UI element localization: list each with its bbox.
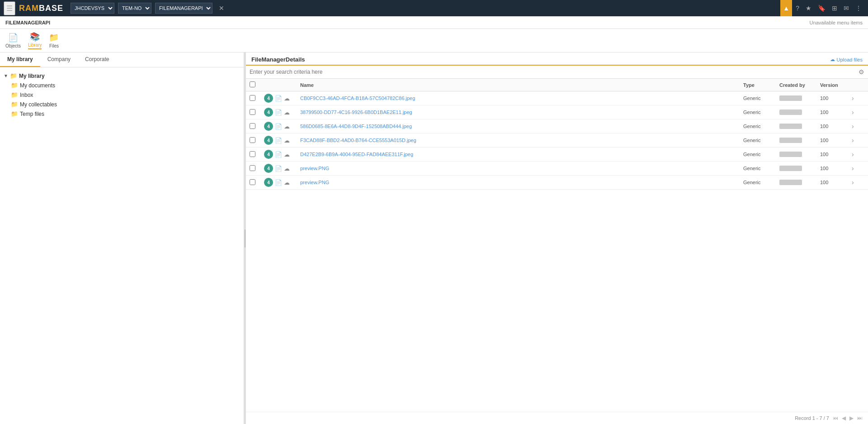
row-checkbox[interactable] (250, 151, 255, 157)
table-row[interactable]: 4 📄 ☁ 586D0685-8E6A-44D8-9D4F-152508ABD4… (246, 119, 868, 133)
upload-files-button[interactable]: ☁ Upload files (830, 57, 863, 62)
folder-icon: 📁 (11, 91, 18, 98)
row-version: 100 (820, 180, 852, 185)
hamburger-button[interactable]: ☰ (4, 1, 15, 15)
file-tree: ▼ 📁 My library 📁 My documents 📁 Inbox 📁 … (0, 67, 244, 424)
library-button[interactable]: 📚 Library (28, 32, 42, 49)
row-version: 100 (820, 152, 852, 157)
row-expand-icon[interactable]: › (852, 179, 864, 186)
last-page-button[interactable]: ⏭ (857, 415, 863, 421)
row-expand-icon[interactable]: › (852, 95, 864, 102)
row-version: 100 (820, 110, 852, 115)
row-type: Generic (743, 166, 779, 171)
table-row[interactable]: 4 📄 ☁ 38799500-DD77-4C16-9926-6B0D1BAE2E… (246, 105, 868, 119)
star-button[interactable]: ★ (803, 0, 814, 16)
row-type: Generic (743, 95, 779, 101)
tree-item-my-collectables[interactable]: 📁 My collectables (0, 100, 244, 109)
prev-page-button[interactable]: ◀ (842, 415, 846, 421)
next-page-button[interactable]: ▶ (849, 415, 854, 421)
navbar: ☰ RAMBASE JHCDEVSYS TEM-NO FILEMANAGERAP… (0, 0, 868, 16)
tab-my-library[interactable]: My library (0, 52, 40, 67)
chevron-down-icon: ▼ (4, 73, 8, 78)
tree-item-my-documents[interactable]: 📁 My documents (0, 81, 244, 90)
col-version-header: Version (820, 82, 852, 88)
close-module-button[interactable]: ✕ (216, 0, 227, 16)
table-row[interactable]: 4 📄 ☁ CB0F9CC3-46AD-4FCA-B18A-57C504782C… (246, 91, 868, 105)
row-type: Generic (743, 110, 779, 115)
row-checkbox[interactable] (250, 137, 255, 143)
search-input[interactable] (250, 69, 857, 75)
tree-item-temp-files[interactable]: 📁 Temp files (0, 109, 244, 119)
row-expand-icon[interactable]: › (852, 151, 864, 158)
tree-item-inbox[interactable]: 📁 Inbox (0, 90, 244, 100)
col-created-header: Created by (779, 82, 820, 88)
row-expand-icon[interactable]: › (852, 123, 864, 130)
row-icons: 4 📄 ☁ (264, 108, 300, 117)
row-expand-icon[interactable]: › (852, 109, 864, 116)
cloud-upload-icon: ☁ (284, 109, 290, 116)
right-panel-header: FileManagerDetails ☁ Upload files (246, 52, 868, 66)
file-doc-icon: 📄 (275, 123, 282, 130)
gear-icon[interactable]: ⚙ (859, 68, 864, 76)
cloud-upload-icon: ☁ (284, 123, 290, 130)
table-row[interactable]: 4 📄 ☁ D427E2B9-6B9A-4004-95ED-FAD84AEE31… (246, 148, 868, 162)
module-select[interactable]: FILEMANAGERAPI (155, 3, 212, 14)
table-body: 4 📄 ☁ CB0F9CC3-46AD-4FCA-B18A-57C504782C… (246, 91, 868, 190)
row-checkbox[interactable] (250, 165, 255, 171)
mail-button[interactable]: ✉ (841, 0, 852, 16)
files-button[interactable]: 📁 Files (49, 33, 59, 48)
row-expand-icon[interactable]: › (852, 165, 864, 172)
row-icons: 4 📄 ☁ (264, 122, 300, 131)
file-name: 586D0685-8E6A-44D8-9D4F-152508ABD444.jpe… (300, 124, 743, 129)
objects-button[interactable]: 📄 Objects (5, 33, 21, 48)
row-created-by (779, 152, 802, 157)
row-checkbox[interactable] (250, 123, 255, 129)
row-type: Generic (743, 152, 779, 157)
row-checkbox[interactable] (250, 95, 255, 101)
row-badge: 4 (264, 136, 273, 145)
row-icons: 4 📄 ☁ (264, 136, 300, 145)
objects-icon: 📄 (8, 33, 18, 43)
row-checkbox[interactable] (250, 109, 255, 115)
table-footer: Record 1 - 7 / 7 ⏮ ◀ ▶ ⏭ (246, 412, 868, 424)
upload-icon: ☁ (830, 57, 835, 62)
navbar-right: ▲ ? ★ 🔖 ⊞ ✉ ⋮ (780, 0, 864, 16)
help-button[interactable]: ? (793, 0, 802, 16)
table-row[interactable]: 4 📄 ☁ preview.PNG Generic 100 › (246, 162, 868, 176)
table-row[interactable]: 4 📄 ☁ F3CAD88F-BBD2-4AD0-B764-CCE5553A01… (246, 133, 868, 148)
row-created-by (779, 95, 802, 101)
row-badge: 4 (264, 94, 273, 103)
tree-root-label: My library (19, 73, 45, 79)
tab-company[interactable]: Company (40, 52, 78, 67)
table-row[interactable]: 4 📄 ☁ preview.PNG Generic 100 › (246, 176, 868, 190)
file-table: Name Type Created by Version 4 📄 ☁ CB0F9… (246, 79, 868, 412)
row-icons: 4 📄 ☁ (264, 178, 300, 187)
sub-header: FILEMANAGERAPI Unavailable menu items (0, 16, 868, 29)
select-all-checkbox[interactable] (250, 81, 255, 87)
row-expand-icon[interactable]: › (852, 137, 864, 144)
env-select[interactable]: TEM-NO (118, 3, 151, 14)
right-panel: FileManagerDetails ☁ Upload files ⚙ Name… (246, 52, 868, 424)
row-created-by (779, 166, 802, 171)
bookmark-button[interactable]: 🔖 (815, 0, 828, 16)
first-page-button[interactable]: ⏮ (833, 415, 838, 421)
tab-corporate[interactable]: Corporate (78, 52, 116, 67)
files-icon: 📁 (49, 33, 59, 43)
unavailable-menu-text: Unavailable menu items (810, 20, 863, 25)
right-panel-title: FileManagerDetails (251, 56, 305, 63)
file-name: preview.PNG (300, 180, 743, 185)
more-button[interactable]: ⋮ (853, 0, 864, 16)
row-version: 100 (820, 95, 852, 101)
panel-divider[interactable] (244, 52, 246, 424)
tree-root[interactable]: ▼ 📁 My library (0, 71, 244, 81)
cloud-upload-icon: ☁ (284, 95, 290, 102)
alert-button[interactable]: ▲ (780, 0, 792, 16)
row-check (250, 151, 264, 158)
row-type: Generic (743, 138, 779, 143)
row-icons: 4 📄 ☁ (264, 94, 300, 103)
grid-button[interactable]: ⊞ (829, 0, 840, 16)
system-select[interactable]: JHCDEVSYS (71, 3, 114, 14)
file-doc-icon: 📄 (275, 95, 282, 102)
row-version: 100 (820, 138, 852, 143)
row-checkbox[interactable] (250, 179, 255, 185)
